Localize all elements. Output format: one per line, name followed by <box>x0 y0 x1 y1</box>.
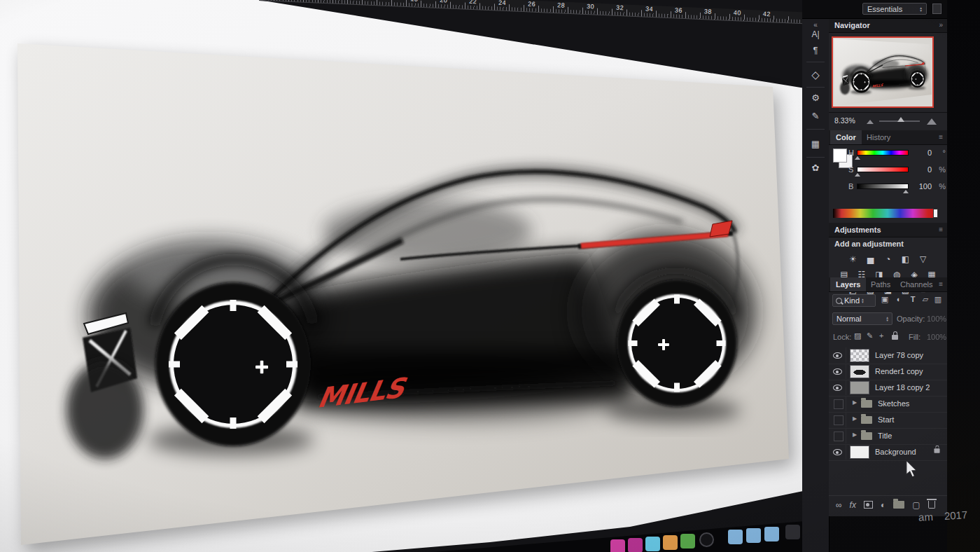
notes-panel-icon[interactable]: ✿ <box>802 163 829 173</box>
filter-shape-layers-icon[interactable]: ▱ <box>920 295 931 304</box>
dock-app-dark[interactable] <box>785 525 800 539</box>
dock-app-clock[interactable] <box>699 532 714 547</box>
visibility-toggle[interactable] <box>830 444 846 460</box>
dock-folder-2[interactable] <box>746 528 761 543</box>
layer-thumbnail[interactable] <box>850 365 869 378</box>
3d-panel-icon[interactable]: ◇ <box>802 69 829 81</box>
layer-mask-icon[interactable] <box>864 501 873 509</box>
lock-position-icon[interactable]: + <box>879 331 883 340</box>
dock-app-teal[interactable] <box>645 537 660 551</box>
car-sketch[interactable]: MILLS <box>18 43 789 545</box>
lock-transparency-icon[interactable]: ▨ <box>854 331 861 340</box>
brightness-value[interactable]: 100 <box>913 182 932 191</box>
layer-group-row[interactable]: ▶ Sketches <box>829 396 947 413</box>
layer-row[interactable]: Layer 18 copy 2 <box>829 380 947 396</box>
filter-type-layers-icon[interactable]: T <box>907 295 918 303</box>
character-panel-icon[interactable]: A| <box>802 29 829 39</box>
panel-menu-icon[interactable]: ≡ <box>939 133 943 141</box>
disclosure-triangle-icon[interactable]: ▶ <box>853 415 857 422</box>
layer-row-background[interactable]: Background <box>829 444 947 461</box>
brightness-slider-thumb[interactable] <box>903 190 909 193</box>
visibility-toggle[interactable] <box>830 396 846 411</box>
disclosure-triangle-icon[interactable]: ▶ <box>853 399 857 406</box>
filter-adjustment-layers-icon[interactable]: ◐ <box>893 295 904 303</box>
tab-channels[interactable]: Channels <box>895 277 938 291</box>
group-name[interactable]: Sketches <box>878 399 909 408</box>
color-spectrum-ramp[interactable] <box>833 209 938 218</box>
new-layer-icon[interactable]: ▢ <box>912 500 920 510</box>
collapse-panels-icon[interactable]: « <box>802 21 829 29</box>
layer-thumbnail[interactable] <box>850 349 869 362</box>
tab-history[interactable]: History <box>861 130 896 144</box>
disclosure-triangle-icon[interactable]: ▶ <box>853 432 857 438</box>
tab-paths[interactable]: Paths <box>865 277 896 291</box>
new-adjustment-layer-icon[interactable]: ◐ <box>881 500 886 510</box>
layer-name[interactable]: Layer 78 copy <box>875 351 923 359</box>
group-name[interactable]: Start <box>878 415 894 424</box>
spectrum-white-notch[interactable] <box>933 209 938 218</box>
foreground-color-swatch[interactable] <box>833 149 847 163</box>
canvas-svg[interactable]: MILLS <box>0 0 822 552</box>
layer-name[interactable]: Render1 copy <box>875 367 923 375</box>
layer-row[interactable]: Render1 copy <box>829 364 947 380</box>
layer-group-row[interactable]: ▶ Start <box>829 412 947 429</box>
panel-menu-icon[interactable]: » <box>939 21 943 29</box>
zoom-out-icon[interactable] <box>867 120 874 124</box>
visibility-toggle[interactable] <box>830 428 846 443</box>
layer-name[interactable]: Layer 18 copy 2 <box>875 383 930 392</box>
brightness-slider[interactable] <box>857 184 909 189</box>
new-group-icon[interactable] <box>893 501 904 509</box>
blend-mode-dropdown[interactable]: Normal ▴▾ <box>832 312 892 325</box>
paragraph-panel-icon[interactable]: ¶ <box>802 45 829 55</box>
navigator-proxy-view[interactable] <box>832 36 934 108</box>
tool-presets-panel-icon[interactable]: ✎ <box>802 111 829 121</box>
layer-thumbnail[interactable] <box>850 381 869 394</box>
saturation-value[interactable]: 0 <box>913 165 932 174</box>
dock-folder-3[interactable] <box>764 527 779 541</box>
dock-folder-1[interactable] <box>728 530 743 544</box>
navigator-header[interactable]: Navigator » <box>829 18 947 33</box>
group-name[interactable]: Title <box>878 432 892 440</box>
saturation-slider-thumb[interactable] <box>855 173 860 177</box>
layer-comps-panel-icon[interactable]: ▦ <box>802 139 829 149</box>
dock-app-magenta-1[interactable] <box>610 539 625 552</box>
tab-layers[interactable]: Layers <box>830 277 866 291</box>
lock-all-icon[interactable] <box>892 335 898 340</box>
visibility-toggle[interactable] <box>830 364 846 379</box>
layer-group-row[interactable]: ▶ Title <box>829 428 947 445</box>
workspace-extra-button[interactable] <box>932 4 941 14</box>
layer-row[interactable]: Layer 78 copy <box>829 347 947 364</box>
zoom-in-icon[interactable] <box>927 118 937 125</box>
levels-icon[interactable]: ▅ <box>865 254 876 265</box>
layer-name[interactable]: Background <box>875 448 916 456</box>
vibrance-icon[interactable]: ▽ <box>918 254 929 265</box>
delete-layer-icon[interactable] <box>928 501 935 509</box>
layer-filter-kind-dropdown[interactable]: Kind ▴▾ <box>832 294 876 307</box>
zoom-slider[interactable] <box>879 120 920 122</box>
visibility-toggle[interactable] <box>830 380 846 395</box>
dock-app-activity[interactable] <box>680 534 695 548</box>
filter-smart-objects-icon[interactable]: ▥ <box>932 295 944 304</box>
zoom-value-field[interactable]: 8.33% <box>834 116 855 125</box>
hue-slider[interactable] <box>857 150 909 156</box>
document-canvas[interactable]: MILLS <box>0 0 822 552</box>
dock-app-magenta-2[interactable] <box>628 538 643 552</box>
tab-color[interactable]: Color <box>830 130 862 144</box>
filter-pixel-layers-icon[interactable]: ▣ <box>879 295 890 304</box>
workspace-switcher[interactable]: Essentials ▴▾ <box>862 3 927 15</box>
timeline-panel-icon[interactable]: ⚙ <box>802 92 829 103</box>
visibility-toggle[interactable] <box>830 412 846 427</box>
zoom-slider-thumb[interactable] <box>897 117 904 122</box>
visibility-toggle[interactable] <box>830 347 846 363</box>
link-layers-icon[interactable]: ∞ <box>836 500 842 510</box>
saturation-slider[interactable] <box>857 167 909 172</box>
opacity-value[interactable]: 100% <box>927 315 946 323</box>
dock-app-orange[interactable] <box>663 535 678 550</box>
hue-value[interactable]: 0 <box>913 149 932 157</box>
lock-pixels-icon[interactable]: ✎ <box>867 331 873 340</box>
hue-slider-thumb[interactable] <box>855 156 860 160</box>
layer-thumbnail[interactable] <box>850 446 869 459</box>
layer-styles-icon[interactable]: fx <box>850 500 856 510</box>
panel-menu-icon[interactable]: ≡ <box>939 280 943 288</box>
brightness-contrast-icon[interactable]: ☀ <box>848 254 859 265</box>
